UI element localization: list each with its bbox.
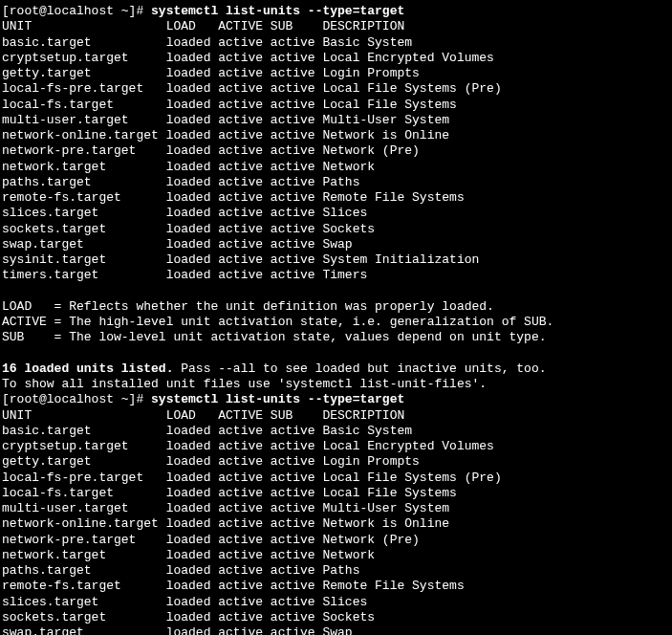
unit-row: slices.target loaded active active Slice… [2,595,670,610]
unit-row: paths.target loaded active active Paths [2,563,670,579]
units-header: UNIT LOAD ACTIVE SUB DESCRIPTION [2,408,670,424]
unit-row: multi-user.target loaded active active M… [2,501,670,516]
unit-row: network-online.target loaded active acti… [2,128,670,143]
unit-row: local-fs.target loaded active active Loc… [2,486,670,501]
unit-row: basic.target loaded active active Basic … [2,424,670,439]
unit-row: local-fs.target loaded active active Loc… [2,98,670,113]
unit-row: network-pre.target loaded active active … [2,143,670,159]
unit-row: basic.target loaded active active Basic … [2,35,670,51]
unit-row: cryptsetup.target loaded active active L… [2,51,670,66]
shell-prompt: [root@localhost ~]# [2,392,151,406]
unit-row: network.target loaded active active Netw… [2,548,670,563]
unit-row: multi-user.target loaded active active M… [2,113,670,128]
unit-row: sockets.target loaded active active Sock… [2,610,670,625]
blank-line [2,284,670,299]
unit-row: network-pre.target loaded active active … [2,533,670,548]
unit-row: getty.target loaded active active Login … [2,66,670,81]
units-listed: 16 loaded units listed. Pass --all to se… [2,361,670,377]
unit-row: swap.target loaded active active Swap [2,625,670,635]
shell-prompt: [root@localhost ~]# [2,4,151,18]
unit-row: sysinit.target loaded active active Syst… [2,252,670,268]
unit-row: timers.target loaded active active Timer… [2,268,670,283]
terminal-output[interactable]: [root@localhost ~]# systemctl list-units… [0,0,672,635]
command-text: systemctl list-units --type=target [151,4,404,18]
unit-row: sockets.target loaded active active Sock… [2,222,670,237]
command-text: systemctl list-units --type=target [151,392,404,406]
unit-row: network.target loaded active active Netw… [2,160,670,175]
unit-row: getty.target loaded active active Login … [2,454,670,470]
unit-row: paths.target loaded active active Paths [2,175,670,190]
blank-line [2,346,670,361]
hint-line: To show all installed unit files use 'sy… [2,377,670,392]
legend-load: LOAD = Reflects whether the unit definit… [2,299,670,315]
unit-row: remote-fs.target loaded active active Re… [2,190,670,206]
unit-row: local-fs-pre.target loaded active active… [2,471,670,486]
unit-row: network-online.target loaded active acti… [2,516,670,532]
unit-row: local-fs-pre.target loaded active active… [2,81,670,97]
legend-active: ACTIVE = The high-level unit activation … [2,315,670,330]
unit-row: swap.target loaded active active Swap [2,237,670,252]
unit-row: remote-fs.target loaded active active Re… [2,579,670,594]
unit-row: slices.target loaded active active Slice… [2,206,670,221]
units-header: UNIT LOAD ACTIVE SUB DESCRIPTION [2,19,670,34]
legend-sub: SUB = The low-level unit activation stat… [2,330,670,345]
unit-row: cryptsetup.target loaded active active L… [2,439,670,454]
